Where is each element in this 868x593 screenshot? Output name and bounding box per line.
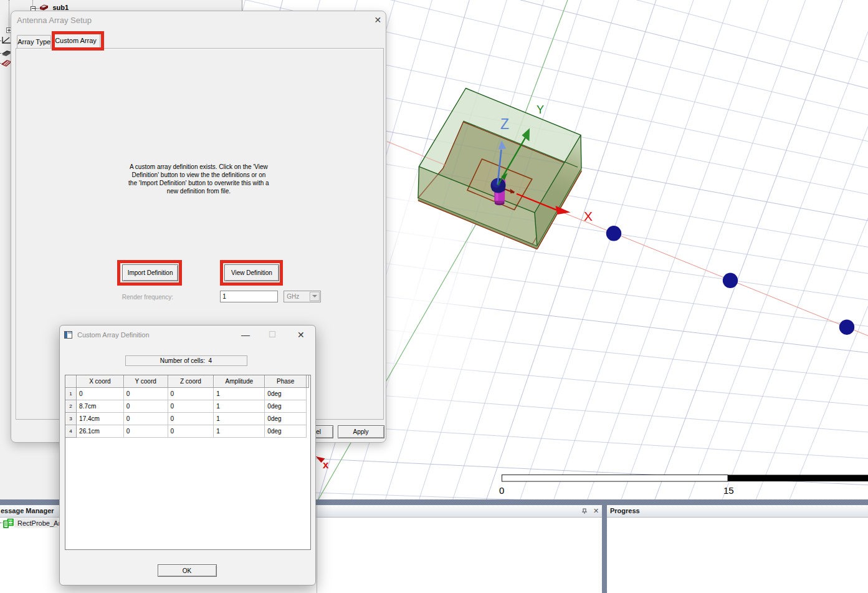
svg-text:15: 15 [723,485,734,496]
svg-text:0: 0 [499,485,504,496]
svg-text:X: X [584,209,593,223]
svg-text:x: x [323,459,329,471]
svg-text:Z: Z [500,116,509,132]
svg-text:Y: Y [537,104,544,116]
